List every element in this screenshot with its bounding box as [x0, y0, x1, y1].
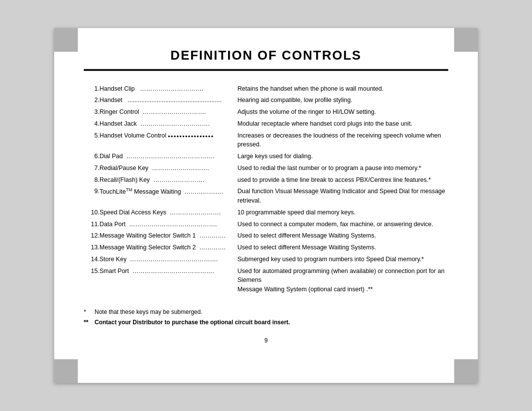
item-label: Store Key ……………………………………. — [100, 253, 237, 265]
table-row: 14.Store Key …………………………………….Submerged ke… — [84, 253, 448, 265]
item-description: Modular receptacle where handset cord pl… — [237, 118, 448, 130]
table-row: 10.Speed Dial Access Keys …………………….10 pr… — [84, 206, 448, 218]
item-number: 11. — [84, 218, 100, 230]
footnote-double-star: ** Contact your Distributor to purchase … — [84, 317, 448, 327]
table-row: 8.Recall/(Flash) Key …………………….used to pr… — [84, 174, 448, 186]
item-number: 15. — [84, 265, 100, 295]
table-row: 3.Ringer Control ………………………….Adjusts the … — [84, 106, 448, 118]
corner-mark-tr — [454, 28, 478, 52]
item-description: Used to select different Message Waiting… — [237, 242, 448, 254]
item-label: Recall/(Flash) Key ……………………. — [100, 174, 237, 186]
item-description: Used to redial the last number or to pro… — [237, 162, 448, 174]
item-label: Handset Clip …………………………. — [100, 83, 237, 95]
footnote-double-star-text: Contact your Distributor to purchase the… — [95, 317, 290, 327]
page-title: DEFINITION OF CONTROLS — [84, 48, 448, 63]
table-row: 6.Dial Pad …………………………………….Large keys use… — [84, 151, 448, 163]
item-description: 10 programmable speed dial memory keys. — [237, 206, 448, 218]
item-description: Hearing aid compatible, low profile styl… — [237, 95, 448, 106]
item-description: used to provide a time line break to acc… — [237, 174, 448, 186]
table-row: 9.TouchLiteTM Message Waiting ……………….Dua… — [84, 186, 448, 207]
table-row: 13.Message Waiting Selector Switch 2 ………… — [84, 242, 448, 254]
item-number: 1. — [84, 83, 100, 95]
table-row: 15.Smart Port ………………………………….Used for aut… — [84, 265, 448, 295]
item-description: Used to connect a computer modem, fax ma… — [237, 218, 448, 230]
corner-mark-br — [454, 359, 478, 383]
item-label: Smart Port …………………………………. — [100, 265, 237, 295]
table-row: 12.Message Waiting Selector Switch 1 ………… — [84, 230, 448, 242]
item-description: Increases or decreases the loudness of t… — [237, 130, 448, 151]
item-number: 8. — [84, 174, 100, 186]
footnote-star: * Note that these keys may be submerged. — [84, 307, 448, 317]
item-number: 14. — [84, 253, 100, 265]
item-number: 10. — [84, 206, 100, 218]
item-number: 12. — [84, 230, 100, 242]
table-row: 7.Redial/Pause Key ……………………….Used to red… — [84, 162, 448, 174]
item-number: 3. — [84, 106, 100, 118]
footnotes: * Note that these keys may be submerged.… — [84, 307, 448, 327]
item-description: Used to select different Message Waiting… — [237, 230, 448, 242]
item-number: 6. — [84, 151, 100, 163]
footnote-star-mark: * — [84, 307, 91, 317]
item-label: Ringer Control …………………………. — [100, 106, 237, 118]
footnote-star-text: Note that these keys may be submerged. — [95, 307, 202, 317]
item-number: 9. — [84, 186, 100, 207]
item-label: Message Waiting Selector Switch 1 …………. — [100, 230, 237, 242]
item-description: Retains the handset when the phone is wa… — [237, 83, 448, 95]
footnote-double-star-mark: ** — [84, 317, 91, 327]
table-row: 4.Handset Jack …………………………….Modular recep… — [84, 118, 448, 130]
table-row: 11.Data Port …………………………………….Used to conn… — [84, 218, 448, 230]
page-number: 9 — [84, 337, 448, 344]
item-label: Message Waiting Selector Switch 2 …………. — [100, 242, 237, 254]
item-number: 7. — [84, 162, 100, 174]
item-label: Handset Volume Control ●●●●●●●●●●●●●●●● — [100, 130, 237, 151]
item-description: Adjusts the volume of the ringer to HI/L… — [237, 106, 448, 118]
item-number: 2. — [84, 95, 100, 106]
corner-mark-bl — [54, 359, 78, 383]
item-label: Redial/Pause Key ………………………. — [100, 162, 237, 174]
item-description: Submerged key used to program numbers in… — [237, 253, 448, 265]
table-row: 1.Handset Clip ………………………….Retains the ha… — [84, 83, 448, 95]
item-label: Speed Dial Access Keys ……………………. — [100, 206, 237, 218]
item-number: 5. — [84, 130, 100, 151]
item-label: Data Port ……………………………………. — [100, 218, 237, 230]
items-table: 1.Handset Clip ………………………….Retains the ha… — [84, 83, 448, 295]
item-description: Dual function Visual Message Waiting Ind… — [237, 186, 448, 207]
item-label: Handset ................................… — [100, 95, 237, 106]
corner-mark-tl — [54, 28, 78, 52]
table-row: 2.Handset ..............................… — [84, 95, 448, 106]
table-row: 5.Handset Volume Control ●●●●●●●●●●●●●●●… — [84, 130, 448, 151]
item-number: 13. — [84, 242, 100, 254]
item-label: TouchLiteTM Message Waiting ………………. — [100, 186, 237, 207]
item-description: Used for automated programming (when ava… — [237, 265, 448, 295]
title-rule — [84, 69, 448, 71]
item-label: Dial Pad ……………………………………. — [100, 151, 237, 163]
item-label: Handset Jack ……………………………. — [100, 118, 237, 130]
page: DEFINITION OF CONTROLS 1.Handset Clip ……… — [54, 28, 478, 383]
content-area: DEFINITION OF CONTROLS 1.Handset Clip ……… — [54, 28, 478, 364]
item-number: 4. — [84, 118, 100, 130]
item-description: Large keys used for dialing. — [237, 151, 448, 163]
